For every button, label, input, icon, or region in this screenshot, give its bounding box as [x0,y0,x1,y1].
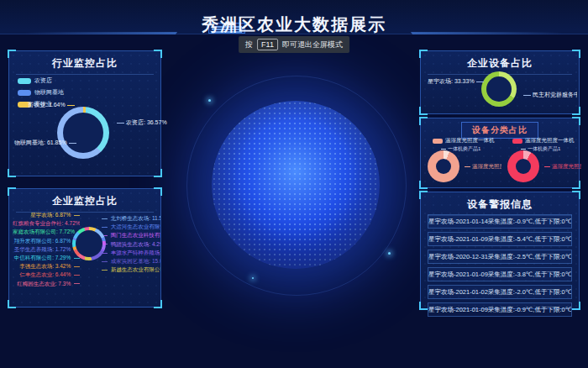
alarm-row: 星宇农场-2021-01-09采集温度:-0.9℃,低于下限:0℃ [428,302,572,317]
enterprise-label: 圣华生态养殖场: 1.72% [13,245,80,254]
legend-color-chip [433,139,443,144]
enterprise-donut-chart[interactable] [72,227,106,260]
panel-enterprise-monitor: 企业监控占比 星宇农场: 6.87% 红旗粮食专业合作社: 4.72% 家庭农场… [8,188,161,308]
industry-callout-iot: 物联网基地: 61.85% [14,139,78,147]
legend-color-chip [18,90,31,96]
alarm-row: 星宇农场-2020-12-31采集温度:-2.5℃,低于下限:0℃ [428,250,572,264]
enterprise-label: 中信科有限公司: 7.29% [13,254,80,262]
page-title: 秀洲区农业大数据展示 [0,13,588,36]
enterprise-label: 丰源水产特种养殖场: 1. [102,249,160,257]
device-legend-left[interactable]: 温湿度光照度一体机 [433,137,495,145]
device-mainlabel-right: 温湿度光照度一 [544,163,581,171]
device-donut-left[interactable] [428,150,459,182]
panel-title: 行业监控占比 [16,56,154,75]
enterprise-label: 成家浜园艺基地: 15.02% [102,257,160,265]
legend-label: 物联网基地 [34,88,64,97]
legend-item[interactable]: 物联网基地 [18,88,64,97]
panel-title: 企业监控占比 [16,194,154,213]
spark-dot [252,277,254,279]
equipment-callout-right: 民主村党群服务中心: [522,91,577,99]
tooltip-suffix: 即可退出全屏模式 [282,39,343,50]
enterprise-label: 李强生态农场: 3.42% [13,262,80,271]
industry-callout-livestock: 畜牧业: 1.64% [28,101,76,109]
enterprise-label: 星宇农场: 6.87% [13,211,80,219]
enterprise-label: 红梅园生态农业: 7.3% [13,280,80,288]
panel-title: 设备分类占比 [461,122,538,139]
fullscreen-tooltip: 按 F11 即可退出全屏模式 [239,36,349,53]
equipment-callout-left: 星宇农场: 33.33% [428,77,486,86]
panel-equipment-ratio: 企业设备占比 星宇农场: 33.33% 民主村党群服务中心: [420,50,580,114]
globe [212,101,380,269]
alarm-list: 星宇农场-2021-01-14采集温度:-0.9℃,低于下限:0℃ 星宇农场-2… [428,214,572,320]
panel-device-alarms: 设备警报信息 星宇农场-2021-01-14采集温度:-0.9℃,低于下限:0℃… [420,192,580,309]
legend-color-chip [512,139,522,144]
alarm-row: 星宇农场-2021-01-02采集温度:-2.0℃,低于下限:0℃ [428,285,572,299]
f11-keycap: F11 [257,39,278,50]
panel-title: 设备警报信息 [428,197,572,216]
panel-device-classification: 设备分类占比 温湿度光照度一体机 一体机类产品1 温湿度光照度一 温湿度光照度一… [420,118,580,188]
legend-item[interactable]: 农资店 [18,76,64,85]
device-legend-right[interactable]: 温湿度光照度一体机 [512,137,575,145]
enterprise-label: 大运河生态农业有限责任公 [102,223,160,231]
enterprise-label: 北刘桥生态农场: 11.56% [102,214,160,223]
enterprise-label: 鸭踏浜生态农场: 4.29 [102,240,160,249]
alarm-row: 星宇农场-2021-01-09采集温度:-3.8℃,低于下限:0℃ [428,267,572,281]
spark-dot [208,99,211,102]
alarm-row: 星宇农场-2021-01-09采集温度:-5.4℃,低于下限:0℃ [428,232,572,246]
spark-dot [388,252,391,255]
enterprise-label: 家庭农场有限公司: 7.72% [13,228,80,236]
legend-label: 农资店 [34,76,52,85]
enterprise-label: 翔升发有限公司: 6.87% [13,237,80,245]
enterprise-labels-right: 北刘桥生态农场: 11.56% 大运河生态农业有限责任公 陶门生态农业科技有限公… [102,214,160,274]
enterprise-label: 仁丰生态农业: 6.44% [13,271,80,279]
dashboard: 秀洲区农业大数据展示 按 F11 即可退出全屏模式 行业监控占比 农资店 物联网… [0,0,588,368]
industry-donut-chart[interactable] [57,107,109,159]
alarm-row: 星宇农场-2021-01-14采集温度:-0.9℃,低于下限:0℃ [428,214,572,229]
tooltip-prefix: 按 [245,39,253,50]
device-donut-right[interactable] [507,150,539,182]
enterprise-labels-left: 星宇农场: 6.87% 红旗粮食专业合作社: 4.72% 家庭农场有限公司: 7… [13,211,80,288]
enterprise-label: 陶门生态农业科技有限公 [102,231,160,239]
device-mainlabel-left: 温湿度光照度一 [465,163,501,171]
enterprise-label: 红旗粮食专业合作社: 4.72% [13,219,80,228]
legend-label: 温湿度光照度一体机 [525,137,575,145]
panel-industry-monitor: 行业监控占比 农资店 物联网基地 畜牧业 [8,50,161,176]
legend-label: 温湿度光照度一体机 [445,137,495,145]
equipment-donut-chart[interactable] [481,71,517,107]
industry-callout-store: 农资店: 36.57% [115,118,167,127]
enterprise-label: 新越生态农业有限公司: 6.87 [102,265,160,274]
legend-color-chip [18,78,31,84]
